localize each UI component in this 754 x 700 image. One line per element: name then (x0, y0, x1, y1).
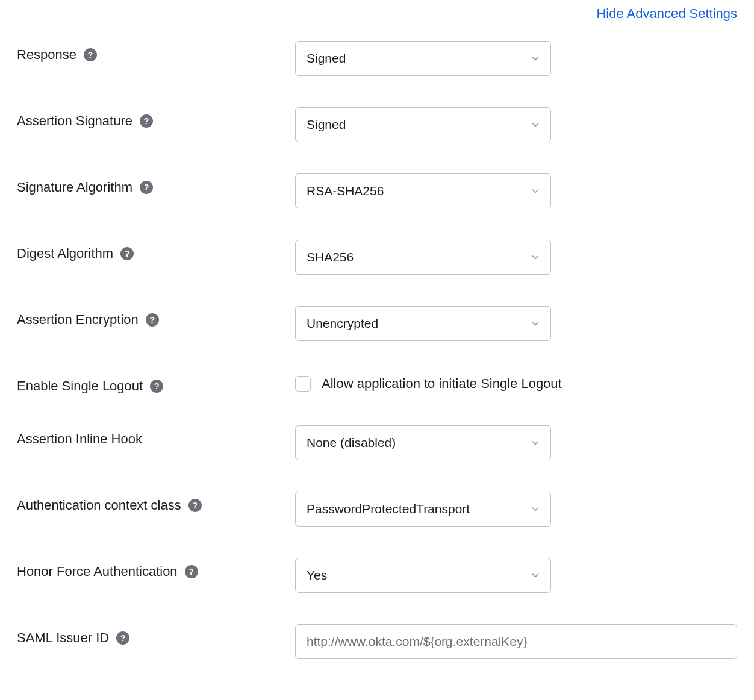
assertion-signature-select[interactable]: Signed (295, 107, 551, 142)
row-assertion-signature: Assertion Signature ? Signed (17, 107, 737, 142)
help-icon[interactable]: ? (120, 247, 134, 260)
label-assertion-signature: Assertion Signature (17, 113, 132, 129)
row-response: Response ? Signed (17, 41, 737, 76)
row-honor-force-authn: Honor Force Authentication ? Yes (17, 558, 737, 593)
label-honor-force-authn: Honor Force Authentication (17, 564, 178, 580)
enable-single-logout-checkbox[interactable] (295, 376, 311, 392)
row-saml-issuer-id: SAML Issuer ID ? (17, 624, 737, 659)
response-select[interactable]: Signed (295, 41, 551, 76)
row-assertion-encryption: Assertion Encryption ? Unencrypted (17, 306, 737, 341)
row-signature-algorithm: Signature Algorithm ? RSA-SHA256 (17, 173, 737, 208)
row-authn-context-class: Authentication context class ? PasswordP… (17, 492, 737, 527)
saml-issuer-id-input[interactable] (295, 624, 737, 659)
hide-advanced-settings-link[interactable]: Hide Advanced Settings (596, 6, 737, 22)
label-assertion-inline-hook: Assertion Inline Hook (17, 431, 142, 447)
label-enable-single-logout: Enable Single Logout (17, 378, 143, 394)
label-saml-issuer-id: SAML Issuer ID (17, 630, 109, 646)
honor-force-authn-select[interactable]: Yes (295, 558, 551, 593)
help-icon[interactable]: ? (185, 565, 198, 578)
label-digest-algorithm: Digest Algorithm (17, 246, 113, 261)
help-icon[interactable]: ? (140, 181, 153, 194)
row-digest-algorithm: Digest Algorithm ? SHA256 (17, 240, 737, 275)
help-icon[interactable]: ? (84, 48, 97, 61)
help-icon[interactable]: ? (146, 313, 159, 327)
label-authn-context-class: Authentication context class (17, 498, 181, 513)
help-icon[interactable]: ? (150, 380, 163, 393)
assertion-inline-hook-select[interactable]: None (disabled) (295, 425, 551, 460)
digest-algorithm-select[interactable]: SHA256 (295, 240, 551, 275)
help-icon[interactable]: ? (188, 499, 202, 512)
row-assertion-inline-hook: Assertion Inline Hook None (disabled) (17, 425, 737, 460)
row-enable-single-logout: Enable Single Logout ? Allow application… (17, 372, 737, 394)
label-response: Response (17, 47, 76, 63)
help-icon[interactable]: ? (140, 114, 153, 128)
help-icon[interactable]: ? (116, 631, 129, 645)
assertion-encryption-select[interactable]: Unencrypted (295, 306, 551, 341)
authn-context-class-select[interactable]: PasswordProtectedTransport (295, 492, 551, 527)
enable-single-logout-checkbox-label: Allow application to initiate Single Log… (322, 376, 562, 392)
label-assertion-encryption: Assertion Encryption (17, 312, 139, 328)
signature-algorithm-select[interactable]: RSA-SHA256 (295, 173, 551, 208)
label-signature-algorithm: Signature Algorithm (17, 180, 132, 195)
